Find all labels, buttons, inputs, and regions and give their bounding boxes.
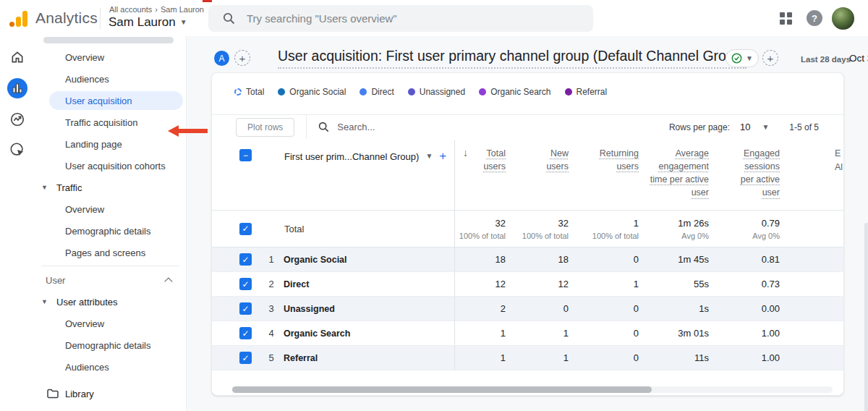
nav-item-user-acquisition-cohorts[interactable]: User acquisition cohorts [35, 155, 186, 177]
nav-item-overview[interactable]: Overview [35, 46, 186, 68]
column-header-new-users[interactable]: New users [506, 147, 569, 173]
apps-grid-icon[interactable] [780, 12, 792, 25]
breadcrumb[interactable]: All accounts › Sam Lauron [109, 5, 204, 14]
legend-item-unassigned[interactable]: Unassigned [408, 87, 465, 97]
row-index: 5 [266, 352, 276, 363]
user-avatar[interactable] [832, 7, 854, 30]
date-range-value[interactable]: Oct 3 [849, 53, 868, 64]
metric-cell: 0 [506, 303, 569, 314]
report-status-dropdown[interactable]: ▼ [726, 49, 759, 67]
row-dimension-value: Referral [284, 353, 318, 363]
table-row[interactable]: ✓ 4 Organic Search 1 1 0 3m 01s 1.00 [212, 321, 844, 346]
nav-item-traffic-acquisition[interactable]: Traffic acquisition [35, 111, 186, 133]
nav-item-traffic-overview[interactable]: Overview [35, 198, 186, 220]
table-search-input[interactable] [337, 122, 453, 132]
global-search[interactable] [208, 5, 593, 32]
row-checkbox[interactable]: ✓ [239, 253, 252, 266]
explore-icon[interactable] [8, 110, 27, 129]
table-toolbar: Plot rows Rows per page: 10 ▼ 1-5 of 5 [212, 115, 843, 139]
table-row[interactable]: ✓ 1 Organic Social 18 18 0 1m 45s 0.81 [212, 247, 844, 272]
row-checkbox[interactable]: ✓ [239, 302, 252, 315]
table-row[interactable]: ✓ 2 Direct 12 12 1 55s 0.73 [212, 272, 844, 297]
pagination-status: 1-5 of 5 [789, 122, 819, 132]
nav-item-audiences[interactable]: Audiences [35, 68, 186, 90]
chevron-down-icon[interactable]: ▼ [762, 124, 769, 131]
nav-item-user-audiences[interactable]: Audiences [35, 356, 186, 378]
legend-dot [278, 88, 285, 96]
rows-per-page-select[interactable]: 10 [740, 122, 750, 132]
nav-section-user[interactable]: User [35, 269, 186, 291]
check-icon: ✓ [242, 280, 249, 289]
table-row[interactable]: ✓ 3 Unassigned 2 0 0 1s 0.00 [212, 297, 844, 321]
metric-cell: 1 [455, 328, 506, 339]
plot-rows-button[interactable]: Plot rows [236, 118, 294, 137]
metric-cell: 0.73 [709, 279, 780, 289]
metric-cell: 1.00 [709, 352, 780, 363]
breadcrumb-current[interactable]: Sam Lauron [161, 5, 204, 14]
triangle-down-icon: ▼ [41, 184, 48, 191]
nav-item-demographic-details[interactable]: Demographic details [35, 220, 186, 242]
metric-cell: 1 [455, 352, 506, 363]
date-range-label[interactable]: Last 28 days [801, 55, 851, 64]
account-switcher[interactable]: Sam Lauron ▼ [109, 15, 187, 30]
row-checkbox[interactable]: ✓ [239, 278, 252, 290]
row-checkbox[interactable]: ✓ [239, 327, 252, 339]
legend-item-organic-search[interactable]: Organic Search [479, 87, 550, 97]
advertising-icon[interactable] [8, 140, 27, 159]
home-icon[interactable] [8, 48, 27, 67]
vertical-scrollbar[interactable] [864, 223, 868, 411]
chevron-down-icon: ▼ [425, 153, 433, 160]
triangle-down-icon: ▼ [41, 298, 48, 305]
table-row[interactable]: ✓ 5 Referral 1 1 0 11s 1.00 [212, 346, 844, 370]
add-comparison-button[interactable]: + [234, 50, 250, 66]
reports-icon[interactable] [7, 78, 27, 98]
check-icon: ✓ [242, 255, 249, 264]
legend-item-organic-social[interactable]: Organic Social [278, 87, 346, 97]
add-report-button[interactable]: + [762, 50, 778, 66]
legend-item-total[interactable]: Total [234, 87, 264, 97]
column-header-engaged-sessions[interactable]: Engaged sessions per active user [709, 147, 780, 200]
metric-cell: 0 [569, 328, 639, 339]
report-workspace: A + User acquisition: First user primary… [187, 36, 868, 411]
account-name: Sam Lauron [109, 15, 176, 30]
legend-item-referral[interactable]: Referral [565, 87, 608, 97]
nav-item-landing-page[interactable]: Landing page [35, 133, 186, 155]
sort-descending-icon[interactable]: ↓ [463, 147, 468, 158]
dimension-header-dropdown[interactable]: First user prim...Channel Group) ▼ + [284, 149, 446, 164]
metric-cell: 12 [506, 279, 569, 289]
report-avatar-badge[interactable]: A [214, 51, 229, 66]
legend-item-direct[interactable]: Direct [359, 87, 393, 97]
add-dimension-button[interactable]: + [439, 149, 446, 164]
nav-group-user-attributes[interactable]: ▼ User attributes [35, 291, 186, 313]
horizontal-scrollbar-thumb[interactable] [232, 386, 652, 393]
check-icon: ✓ [242, 329, 249, 338]
nav-item-pages-and-screens[interactable]: Pages and screens [35, 242, 186, 263]
check-circle-icon [731, 53, 742, 64]
row-checkbox[interactable]: ✓ [239, 352, 252, 364]
select-all-checkbox[interactable]: − [239, 149, 252, 161]
product-name: Analytics [35, 9, 98, 27]
breadcrumb-root[interactable]: All accounts [109, 5, 152, 14]
topbar-divider [100, 8, 101, 29]
row-checkbox[interactable]: ✓ [239, 223, 252, 235]
nav-group-traffic[interactable]: ▼ Traffic [35, 177, 186, 198]
metric-cell: 1.00 [709, 328, 780, 339]
report-title: User acquisition: First user primary cha… [278, 48, 746, 69]
global-search-input[interactable] [247, 12, 565, 25]
row-dimension-value: Unassigned [284, 304, 335, 314]
horizontal-scrollbar[interactable] [232, 386, 833, 393]
nav-item-user-attributes-overview[interactable]: Overview [35, 313, 186, 334]
column-header-avg-engagement-time[interactable]: Average engagement time per active user [639, 147, 709, 200]
nav-item-user-acquisition[interactable]: User acquisition [35, 90, 186, 111]
totals-label: Total [284, 224, 304, 234]
totals-cell: 1m 26sAvg 0% [639, 218, 709, 240]
nav-item-library[interactable]: Library [35, 383, 186, 404]
table-search[interactable] [318, 122, 453, 132]
column-header-returning-users[interactable]: Returning users [569, 147, 639, 173]
legend-dot [234, 88, 242, 96]
metric-cell: 18 [506, 254, 569, 265]
nav-item-user-demographic-details[interactable]: Demographic details [35, 334, 186, 356]
toolbar-divider [306, 115, 307, 139]
help-icon[interactable]: ? [807, 10, 822, 26]
analytics-logo-icon [9, 9, 30, 27]
